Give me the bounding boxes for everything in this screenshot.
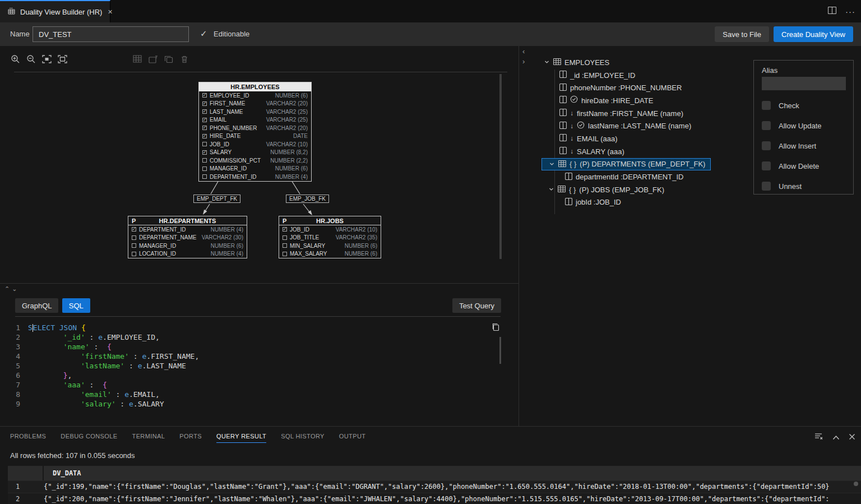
column-name: LOCATION_ID bbox=[139, 251, 176, 257]
add-table-icon[interactable] bbox=[148, 54, 158, 64]
fit-to-screen-icon[interactable] bbox=[57, 54, 67, 64]
copy-code-icon[interactable] bbox=[490, 322, 502, 333]
tree-item-departmentid-department-id[interactable]: departmentId :DEPARTMENT_ID bbox=[541, 170, 688, 183]
panel-tab-output[interactable]: OUTPUT bbox=[339, 433, 366, 443]
tree-item-employees[interactable]: EMPLOYEES bbox=[541, 56, 614, 69]
checkbox-allow-update[interactable] bbox=[762, 121, 771, 130]
tab-duality-view-builder[interactable]: Duality View Builder (HR) × bbox=[0, 0, 110, 22]
column-checkbox[interactable] bbox=[202, 101, 207, 106]
sort-down-icon: ↓ bbox=[570, 135, 573, 142]
expand-panel-icon[interactable]: › bbox=[522, 57, 525, 66]
column-checkbox[interactable] bbox=[132, 243, 136, 248]
tree-item-id-employee-id[interactable]: _id :EMPLOYEE_ID bbox=[541, 69, 640, 82]
entity-column-row: DEPARTMENT_IDNUMBER (4) bbox=[199, 173, 311, 181]
result-row[interactable]: 2{"_id":200,"name":{"firstName":"Jennife… bbox=[8, 493, 861, 504]
checkbox-allow-insert[interactable] bbox=[762, 141, 771, 150]
column-checkbox[interactable] bbox=[132, 252, 136, 256]
copy-diagram-icon[interactable] bbox=[164, 54, 174, 64]
tree-item-email-aaa[interactable]: ↓EMAIL (aaa) bbox=[541, 132, 623, 145]
column-checkbox[interactable] bbox=[132, 235, 136, 240]
name-input[interactable] bbox=[33, 26, 189, 42]
split-editor-icon[interactable] bbox=[828, 6, 836, 16]
tree-item-jobid-job-id[interactable]: jobId :JOB_ID bbox=[541, 196, 626, 209]
entity-title: HR.EMPLOYEES bbox=[199, 82, 311, 91]
sql-code-editor[interactable]: 1SELECT JSON {2 '_id' : e.EMPLOYEE_ID,3 … bbox=[0, 323, 507, 409]
panel-tab-terminal[interactable]: TERMINAL bbox=[132, 433, 165, 443]
relation-label[interactable]: EMP_JOB_FK bbox=[286, 195, 329, 203]
entity-hr-jobs[interactable]: HR.JOBSPJOB_IDVARCHAR2 (10)JOB_TITLEVARC… bbox=[279, 216, 381, 258]
panel-tab-ports[interactable]: PORTS bbox=[179, 433, 202, 443]
column-checkbox[interactable] bbox=[202, 126, 207, 130]
checkbox-allow-delete[interactable] bbox=[762, 161, 771, 170]
column-checkbox[interactable] bbox=[283, 235, 287, 240]
column-type: NUMBER (8,2) bbox=[270, 149, 308, 155]
parent-badge: P bbox=[283, 216, 286, 225]
tree-item-firstname-first-name-name[interactable]: ↓firstName :FIRST_NAME (name) bbox=[541, 107, 688, 120]
column-type: VARCHAR2 (35) bbox=[336, 234, 377, 241]
panel-tab-sql-history[interactable]: SQL HISTORY bbox=[281, 433, 325, 443]
more-actions-icon[interactable]: ··· bbox=[845, 7, 855, 16]
panel-tab-query-result[interactable]: QUERY RESULT bbox=[216, 433, 266, 443]
collapse-up-icon[interactable]: ⌃ bbox=[4, 285, 12, 292]
column-checkbox[interactable] bbox=[202, 109, 207, 114]
chevron-down-icon[interactable] bbox=[548, 184, 554, 195]
result-scrollbar[interactable] bbox=[854, 482, 858, 486]
save-to-file-button[interactable]: Save to File bbox=[715, 26, 769, 42]
chevron-down-icon[interactable] bbox=[544, 57, 550, 67]
zoom-out-icon[interactable] bbox=[26, 54, 36, 64]
tree-item-phonenumber-phone-number[interactable]: phoneNumber :PHONE_NUMBER bbox=[541, 81, 687, 94]
tree-item-lastname-last-name-name[interactable]: ↓lastName :LAST_NAME (name) bbox=[541, 119, 696, 132]
column-checkbox[interactable] bbox=[202, 174, 207, 179]
zoom-in-icon[interactable] bbox=[10, 54, 20, 64]
collapse-down-icon[interactable]: ⌄ bbox=[12, 285, 19, 292]
checkbox-check[interactable] bbox=[762, 101, 771, 110]
tree-item-hiredate-hire-date[interactable]: hireDate :HIRE_DATE bbox=[541, 94, 658, 107]
close-panel-icon[interactable] bbox=[849, 432, 855, 442]
code-scrollbar[interactable] bbox=[499, 337, 501, 364]
tree-item-salary-aaa[interactable]: ↓SALARY (aaa) bbox=[541, 145, 629, 158]
tab-close-icon[interactable]: × bbox=[108, 7, 112, 16]
column-checkbox[interactable] bbox=[202, 118, 207, 122]
tree-item-p-jobs-emp-job-fk[interactable]: { }(P) JOBS (EMP_JOB_FK) bbox=[541, 183, 669, 196]
column-checkbox[interactable] bbox=[202, 134, 207, 138]
tree-item-label: _id :EMPLOYEE_ID bbox=[570, 71, 635, 80]
query-tab-graphql[interactable]: GraphQL bbox=[15, 298, 58, 313]
column-checkbox[interactable] bbox=[202, 93, 207, 98]
duality-view-builder-window: { "colors": { "accent_blue": "#1476d2", … bbox=[0, 0, 861, 504]
column-type: NUMBER (4) bbox=[275, 174, 308, 180]
entity-column-row: JOB_IDVARCHAR2 (10) bbox=[199, 140, 311, 149]
zoom-to-fit-icon[interactable] bbox=[41, 54, 52, 64]
entity-hr-departments[interactable]: HR.DEPARTMENTSPDEPARTMENT_IDNUMBER (4)DE… bbox=[128, 216, 247, 258]
table-icon bbox=[558, 184, 566, 195]
panel-tab-problems[interactable]: PROBLEMS bbox=[10, 433, 46, 443]
column-checkbox[interactable] bbox=[202, 158, 207, 163]
chevron-down-icon[interactable] bbox=[549, 159, 555, 169]
alias-input[interactable] bbox=[762, 77, 846, 90]
column-checkbox[interactable] bbox=[132, 227, 136, 232]
delete-icon[interactable] bbox=[179, 54, 189, 64]
column-checkbox[interactable] bbox=[283, 227, 287, 232]
collapse-panel-icon[interactable]: ‹ bbox=[522, 47, 525, 56]
test-query-button[interactable]: Test Query bbox=[452, 298, 501, 313]
show-tables-icon[interactable] bbox=[132, 54, 142, 64]
column-checkbox[interactable] bbox=[283, 243, 287, 248]
entity-column-row: COMMISSION_PCTNUMBER (2,2) bbox=[199, 156, 311, 165]
tree-item-p-departments-emp-dept-fk[interactable]: { }(P) DEPARTMENTS (EMP_DEPT_FK) bbox=[541, 158, 711, 171]
panel-tab-debug-console[interactable]: DEBUG CONSOLE bbox=[61, 433, 117, 443]
diagram-scrollbar[interactable] bbox=[499, 74, 502, 259]
column-checkbox[interactable] bbox=[202, 142, 207, 146]
clear-output-icon[interactable] bbox=[814, 432, 823, 442]
maximize-panel-icon[interactable] bbox=[832, 432, 840, 442]
editionable-check-icon[interactable]: ✓ bbox=[200, 29, 207, 39]
entity-hr-employees[interactable]: HR.EMPLOYEESEMPLOYEE_IDNUMBER (6)FIRST_N… bbox=[198, 82, 312, 182]
checkbox-unnest[interactable] bbox=[762, 182, 771, 191]
create-duality-view-button[interactable]: Create Duality View bbox=[774, 26, 853, 42]
column-checkbox[interactable] bbox=[283, 252, 287, 256]
dv-data-column-header[interactable]: DV_DATA bbox=[44, 466, 861, 480]
column-checkbox[interactable] bbox=[202, 150, 207, 155]
relation-label[interactable]: EMP_DEPT_FK bbox=[193, 195, 240, 203]
column-checkbox[interactable] bbox=[202, 167, 207, 171]
query-tab-sql[interactable]: SQL bbox=[62, 298, 90, 313]
result-row[interactable]: 1{"_id":199,"name":{"firstName":"Douglas… bbox=[8, 480, 861, 493]
property-row-allow-update: Allow Update bbox=[762, 121, 822, 130]
